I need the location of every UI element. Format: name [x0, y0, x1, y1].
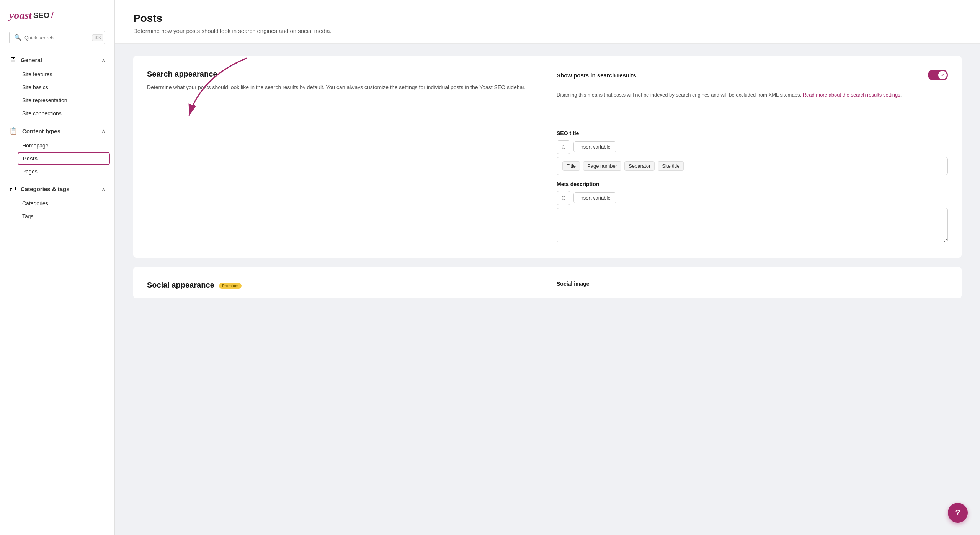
- page-subtitle: Determine how your posts should look in …: [133, 28, 962, 34]
- divider-1: [557, 115, 948, 115]
- show-in-results-row: Show posts in search results ✓: [557, 70, 948, 80]
- sidebar-item-pages[interactable]: Pages: [0, 165, 114, 178]
- search-shortcut: ⌘K: [92, 34, 103, 41]
- nav-section-header-general[interactable]: 🖥 General ∧: [0, 52, 114, 68]
- nav-section-title-categories-tags: Categories & tags: [21, 186, 70, 192]
- sidebar-item-tags[interactable]: Tags: [0, 210, 114, 223]
- seo-title-insert-variable-button[interactable]: Insert variable: [573, 141, 616, 152]
- read-more-link[interactable]: Read more about the search results setti…: [803, 92, 900, 98]
- sidebar-item-posts[interactable]: Posts: [18, 152, 110, 165]
- search-input[interactable]: [24, 35, 89, 41]
- search-appearance-left: Search appearance Determine what your po…: [147, 70, 538, 244]
- tag-icon: 🏷: [9, 185, 16, 193]
- meta-description-field: Meta description ☺ Insert variable: [557, 181, 948, 244]
- meta-description-emoji-button[interactable]: ☺: [557, 191, 570, 205]
- seo-title-label: SEO title: [557, 130, 948, 136]
- help-icon: ?: [955, 508, 960, 518]
- seo-title-emoji-button[interactable]: ☺: [557, 140, 570, 154]
- toggle-knob: ✓: [938, 71, 947, 79]
- sidebar-item-site-basics[interactable]: Site basics: [0, 81, 114, 94]
- chevron-up-icon-general: ∧: [101, 57, 105, 63]
- file-icon: 📋: [9, 127, 18, 135]
- sidebar: yoast SEO / 🔍 ⌘K 🖥 General ∧ Site featur…: [0, 0, 115, 535]
- tag-page-number: Page number: [583, 161, 621, 171]
- sidebar-item-site-representation[interactable]: Site representation: [0, 94, 114, 107]
- nav-section-categories-tags: 🏷 Categories & tags ∧ Categories Tags: [0, 181, 114, 223]
- search-appearance-card: Search appearance Determine what your po…: [133, 56, 962, 258]
- seo-title-toolbar: ☺ Insert variable: [557, 140, 948, 154]
- search-icon: 🔍: [14, 34, 21, 41]
- chevron-up-icon-categories-tags: ∧: [101, 186, 105, 192]
- sidebar-item-homepage[interactable]: Homepage: [0, 139, 114, 152]
- chevron-up-icon-content-types: ∧: [101, 128, 105, 134]
- nav-section-title-group-categories-tags: 🏷 Categories & tags: [9, 185, 70, 193]
- social-appearance-card: Social appearance Premium Social image: [133, 267, 962, 298]
- page-header: Posts Determine how your posts should lo…: [115, 0, 980, 44]
- tag-title: Title: [562, 161, 580, 171]
- logo: yoast SEO /: [9, 9, 105, 21]
- emoji-icon: ☺: [560, 144, 567, 151]
- meta-description-insert-variable-button[interactable]: Insert variable: [573, 192, 616, 203]
- nav-section-header-categories-tags[interactable]: 🏷 Categories & tags ∧: [0, 181, 114, 197]
- logo-area: yoast SEO /: [0, 9, 114, 31]
- seo-title-field: SEO title ☺ Insert variable Title Page n…: [557, 130, 948, 175]
- nav-section-title-group-content-types: 📋 Content types: [9, 127, 60, 135]
- meta-description-toolbar: ☺ Insert variable: [557, 191, 948, 205]
- nav-section-header-content-types[interactable]: 📋 Content types ∧: [0, 123, 114, 139]
- seo-title-tags-field[interactable]: Title Page number Separator Site title: [557, 157, 948, 175]
- emoji-icon-meta: ☺: [560, 195, 567, 201]
- tag-site-title: Site title: [658, 161, 684, 171]
- toggle-description: Disabling this means that posts will not…: [557, 91, 948, 99]
- page-title: Posts: [133, 12, 962, 25]
- premium-badge: Premium: [219, 283, 242, 289]
- nav-section-title-general: General: [21, 57, 42, 63]
- search-appearance-right: Show posts in search results ✓ Disabling…: [557, 70, 948, 244]
- tag-separator: Separator: [624, 161, 655, 171]
- show-in-results-label: Show posts in search results: [557, 72, 636, 79]
- social-appearance-two-col: Social appearance Premium Social image: [147, 281, 948, 291]
- content-area: Search appearance Determine what your po…: [115, 44, 980, 320]
- social-appearance-heading: Social appearance: [147, 281, 214, 289]
- nav-section-title-content-types: Content types: [22, 128, 60, 134]
- search-appearance-heading: Search appearance: [147, 70, 538, 79]
- meta-description-textarea[interactable]: [557, 208, 948, 242]
- social-image-label: Social image: [557, 281, 948, 287]
- sidebar-item-site-connections[interactable]: Site connections: [0, 107, 114, 120]
- help-fab-button[interactable]: ?: [948, 503, 968, 523]
- main-content: Posts Determine how your posts should lo…: [115, 0, 980, 535]
- social-appearance-left: Social appearance Premium: [147, 281, 538, 291]
- nav-section-content-types: 📋 Content types ∧ Homepage Posts Pages: [0, 123, 114, 178]
- logo-seo: SEO: [33, 11, 49, 20]
- logo-text: yoast: [9, 9, 32, 21]
- social-appearance-right: Social image: [557, 281, 948, 291]
- meta-description-label: Meta description: [557, 181, 948, 187]
- show-in-results-toggle[interactable]: ✓: [928, 70, 948, 80]
- search-appearance-two-col: Search appearance Determine what your po…: [147, 70, 948, 244]
- search-appearance-description: Determine what your posts should look li…: [147, 83, 538, 92]
- sidebar-item-categories[interactable]: Categories: [0, 197, 114, 210]
- monitor-icon: 🖥: [9, 56, 16, 64]
- nav-section-general: 🖥 General ∧ Site features Site basics Si…: [0, 52, 114, 120]
- sidebar-item-site-features[interactable]: Site features: [0, 68, 114, 81]
- logo-slash: /: [51, 10, 54, 21]
- toggle-check-icon: ✓: [941, 73, 944, 78]
- search-box[interactable]: 🔍 ⌘K: [9, 31, 105, 44]
- nav-section-title-group-general: 🖥 General: [9, 56, 42, 64]
